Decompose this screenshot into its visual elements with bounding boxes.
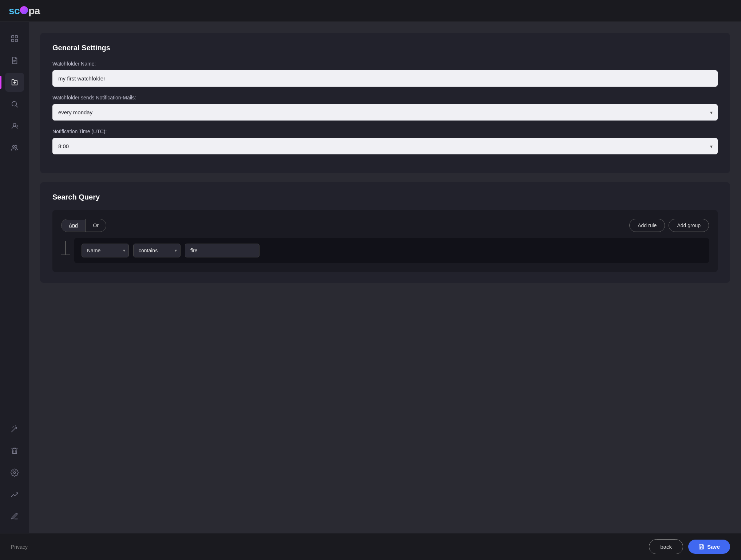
sidebar-item-analytics[interactable]	[5, 485, 24, 504]
save-icon	[698, 544, 704, 550]
sidebar-item-magic[interactable]	[5, 419, 24, 438]
privacy-link[interactable]: Privacy	[11, 544, 28, 550]
connector-horizontal-line	[61, 255, 70, 255]
grid-icon	[11, 35, 19, 43]
wand-icon	[11, 425, 19, 433]
app-logo: sc pa	[9, 5, 40, 17]
rule-field-select[interactable]: Name Type Size Date	[82, 244, 129, 257]
rule-operator-select[interactable]: contains equals starts with ends with is…	[133, 244, 181, 257]
watchfolder-name-group: Watchfolder Name:	[52, 61, 718, 87]
svg-rect-3	[15, 39, 17, 42]
sidebar-item-document[interactable]	[5, 51, 24, 70]
notification-time-label: Notification Time (UTC):	[52, 129, 718, 134]
rule-row: Name Type Size Date ▾ contains equals	[74, 238, 709, 263]
notification-time-select[interactable]: 0:00 1:00 2:00 3:00 4:00 5:00 6:00 7:00 …	[52, 138, 718, 154]
search-icon	[11, 100, 19, 108]
svg-rect-21	[700, 547, 702, 549]
notification-mails-select-wrapper: every monday every tuesday every wednesd…	[52, 104, 718, 121]
svg-point-13	[12, 146, 15, 148]
pencil-icon	[11, 512, 19, 520]
rule-connector	[61, 241, 70, 255]
sidebar-item-dashboard[interactable]	[5, 29, 24, 48]
svg-rect-0	[11, 36, 13, 38]
svg-rect-1	[15, 36, 17, 38]
rule-container: Name Type Size Date ▾ contains equals	[61, 238, 709, 263]
watchfolder-name-label: Watchfolder Name:	[52, 61, 718, 67]
query-builder: And Or Add rule Add group	[52, 210, 718, 272]
general-settings-title: General Settings	[52, 44, 718, 52]
svg-point-14	[15, 146, 16, 148]
app-header: sc pa	[0, 0, 741, 22]
notification-mails-select[interactable]: every monday every tuesday every wednesd…	[52, 104, 718, 121]
gear-icon	[11, 469, 19, 477]
search-query-card: Search Query And Or Add rule Add group	[40, 182, 730, 283]
logo-pa: pa	[28, 5, 40, 17]
rule-field-wrapper: Name Type Size Date ▾	[82, 244, 129, 257]
connector-vertical-line	[65, 241, 66, 255]
document-icon	[11, 56, 19, 64]
sidebar-item-users[interactable]	[5, 117, 24, 135]
sidebar	[0, 22, 29, 533]
svg-point-10	[13, 123, 16, 126]
or-toggle-button[interactable]: Or	[86, 220, 106, 231]
sidebar-item-team[interactable]	[5, 138, 24, 157]
save-label: Save	[707, 544, 720, 550]
svg-line-15	[11, 428, 15, 432]
team-icon	[11, 144, 19, 152]
trash-icon	[11, 447, 19, 455]
rule-value-input[interactable]	[185, 244, 259, 257]
chart-icon	[11, 490, 19, 498]
query-builder-header: And Or Add rule Add group	[61, 219, 709, 232]
sidebar-item-watchfolder[interactable]	[5, 73, 24, 92]
notification-time-group: Notification Time (UTC): 0:00 1:00 2:00 …	[52, 129, 718, 154]
logo-circle-icon	[20, 6, 28, 14]
main-layout: General Settings Watchfolder Name: Watch…	[0, 22, 741, 533]
query-action-buttons: Add rule Add group	[629, 219, 709, 232]
sidebar-item-settings[interactable]	[5, 463, 24, 482]
notification-mails-group: Watchfolder sends Notification-Mails: ev…	[52, 95, 718, 121]
footer-actions: back Save	[649, 539, 730, 554]
general-settings-card: General Settings Watchfolder Name: Watch…	[40, 33, 730, 173]
user-icon	[11, 122, 19, 130]
and-toggle-button[interactable]: And	[62, 220, 85, 231]
footer: Privacy back Save	[0, 533, 741, 560]
svg-line-9	[16, 106, 17, 107]
notification-time-select-wrapper: 0:00 1:00 2:00 3:00 4:00 5:00 6:00 7:00 …	[52, 138, 718, 154]
sidebar-item-trash[interactable]	[5, 441, 24, 460]
content-area: General Settings Watchfolder Name: Watch…	[29, 22, 741, 533]
back-button[interactable]: back	[649, 539, 683, 554]
svg-rect-2	[11, 39, 13, 42]
notification-mails-label: Watchfolder sends Notification-Mails:	[52, 95, 718, 100]
svg-point-19	[13, 472, 16, 474]
watchfolder-icon	[11, 78, 19, 86]
search-query-title: Search Query	[52, 193, 718, 201]
add-group-button[interactable]: Add group	[669, 219, 709, 232]
logo-sc: sc	[9, 5, 20, 17]
rule-operator-wrapper: contains equals starts with ends with is…	[133, 244, 181, 257]
sidebar-item-search[interactable]	[5, 95, 24, 114]
add-rule-button[interactable]: Add rule	[629, 219, 665, 232]
watchfolder-name-input[interactable]	[52, 70, 718, 87]
sidebar-item-edit[interactable]	[5, 507, 24, 526]
and-or-toggle: And Or	[61, 219, 106, 232]
save-button[interactable]: Save	[688, 540, 730, 554]
